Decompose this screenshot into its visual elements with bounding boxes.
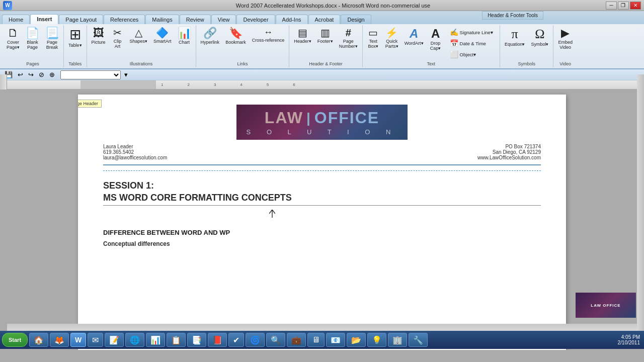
tab-review[interactable]: Review <box>180 15 211 24</box>
bottom-scrollbar[interactable] <box>7 324 637 331</box>
cross-reference-button[interactable]: ↔ Cross-reference <box>250 26 287 44</box>
taskbar-app-16[interactable]: 📧 <box>326 333 345 347</box>
object-button[interactable]: ⬜ Object▾ <box>447 49 496 59</box>
contact-address: San Diego, CA 92129 <box>477 149 541 155</box>
tab-design[interactable]: Design <box>341 15 371 24</box>
picture-icon: 🖼 <box>93 28 104 39</box>
header-separator <box>103 170 541 171</box>
restore-button[interactable]: ❐ <box>618 2 629 10</box>
picture-button[interactable]: 🖼 Picture <box>89 26 108 46</box>
taskbar-app-11[interactable]: ✔ <box>228 333 244 347</box>
taskbar-app-12[interactable]: 🌀 <box>246 333 265 347</box>
ribbon-tabs: Home Insert Page Layout References Maili… <box>0 11 644 24</box>
tab-references[interactable]: References <box>104 15 145 24</box>
logo-office: OFFICE <box>314 109 379 127</box>
qat-btn3[interactable]: ⊘ <box>37 70 46 79</box>
symbols-group-label: Symbols <box>502 60 551 67</box>
title-bar: W Word 2007 Accellerated Workshops.docx … <box>0 0 644 11</box>
minimize-button[interactable]: ─ <box>606 2 617 10</box>
taskbar-app-17[interactable]: 📂 <box>347 333 366 347</box>
tables-group-label: Tables <box>66 60 85 67</box>
app-icon: W <box>3 1 12 10</box>
taskbar-app-7[interactable]: 📊 <box>146 333 165 347</box>
shapes-button[interactable]: △ Shapes▾ <box>127 26 150 45</box>
taskbar-app-13[interactable]: 🔍 <box>266 333 285 347</box>
document-body[interactable]: SESSION 1: MS WORD CORE FORMATTING CONCE… <box>103 175 541 247</box>
tab-acrobat[interactable]: Acrobat <box>308 15 341 24</box>
wordart-button[interactable]: A WordArt▾ <box>402 26 426 47</box>
links-group-label: Links <box>198 60 287 67</box>
taskbar-app-15[interactable]: 🖥 <box>307 333 325 347</box>
chart-button[interactable]: 📊 Chart <box>175 26 194 46</box>
cover-page-button[interactable]: 🗋 Cover Page▾ <box>4 26 22 51</box>
logo-separator: | <box>306 110 311 126</box>
blank-page-button[interactable]: 📄 Blank Page <box>23 26 42 51</box>
sub-heading: Conceptual differences <box>103 240 541 247</box>
taskbar-app-6[interactable]: 🌐 <box>125 333 144 347</box>
embed-video-button[interactable]: ▶ Embed Video <box>555 26 575 51</box>
logo-thumbnail: LAW OFFICE <box>576 293 636 318</box>
taskbar-app-5[interactable]: 📝 <box>105 333 124 347</box>
tab-insert[interactable]: Insert <box>30 14 58 24</box>
session-number: SESSION 1: <box>103 180 541 192</box>
clip-art-button[interactable]: ✂ Clip Art <box>109 26 126 50</box>
logo-area: LAW | OFFICE S O L U T I O N <box>103 105 541 140</box>
hyperlink-button[interactable]: 🔗 Hyperlink <box>198 26 222 46</box>
start-button[interactable]: Start <box>2 333 28 347</box>
taskbar-app-18[interactable]: 💡 <box>367 333 386 347</box>
tab-add-ins[interactable]: Add-Ins <box>276 15 308 24</box>
taskbar-word[interactable]: W <box>70 333 86 347</box>
smartart-icon: 🔷 <box>156 28 169 38</box>
taskbar-app-4[interactable]: ✉ <box>88 333 103 347</box>
tab-developer[interactable]: Developer <box>236 15 275 24</box>
quick-access-toolbar: 💾 ↩ ↪ ⊘ ⊕ ▾ <box>0 69 644 80</box>
date-time-button[interactable]: 📅 Date & Time <box>447 38 496 48</box>
clip-art-icon: ✂ <box>113 28 122 38</box>
symbol-icon: Ω <box>535 28 544 41</box>
ribbon-content: 🗋 Cover Page▾ 📄 Blank Page 📃 Page Break … <box>0 24 644 68</box>
table-icon: ⊞ <box>69 28 81 42</box>
drop-cap-button[interactable]: A Drop Cap▾ <box>427 26 444 52</box>
document-page[interactable]: First Page Header LAW | OFFICE S O L U T… <box>78 95 566 350</box>
hf-tools-label: Header & Footer Tools <box>482 11 543 20</box>
header-button[interactable]: ▤ Header▾ <box>291 26 314 45</box>
taskbar-app-8[interactable]: 📋 <box>167 333 186 347</box>
qat-redo-button[interactable]: ↪ <box>27 70 35 79</box>
taskbar-app-9[interactable]: 📑 <box>187 333 206 347</box>
signature-line-button[interactable]: ✍ Signature Line▾ <box>447 27 496 37</box>
tab-mailings[interactable]: Mailings <box>145 15 179 24</box>
document-area: First Page Header LAW | OFFICE S O L U T… <box>0 89 644 350</box>
tab-view[interactable]: View <box>211 15 236 24</box>
smartart-button[interactable]: 🔷 SmartArt <box>151 26 174 45</box>
hyperlink-icon: 🔗 <box>203 28 217 39</box>
taskbar-app-19[interactable]: 🏢 <box>388 333 407 347</box>
qat-undo-button[interactable]: ↩ <box>16 70 25 79</box>
qat-dropdown[interactable]: ▾ <box>123 70 129 79</box>
equation-button[interactable]: π Equation▾ <box>502 26 528 48</box>
footer-button[interactable]: ▥ Footer▾ <box>315 26 336 45</box>
quick-parts-button[interactable]: ⚡ Quick Parts▾ <box>383 26 401 50</box>
right-scrollbar[interactable] <box>637 74 644 331</box>
style-selector[interactable] <box>60 70 121 79</box>
symbol-button[interactable]: Ω Symbol▾ <box>528 26 551 48</box>
footer-icon: ▥ <box>320 28 330 38</box>
ribbon-group-links: 🔗 Hyperlink 🔖 Bookmark ↔ Cross-reference… <box>196 25 290 67</box>
taskbar-app-1[interactable]: 🏠 <box>29 333 48 347</box>
text-box-button[interactable]: ▭ Text Box▾ <box>365 26 382 50</box>
header-footer-group-label: Header & Footer <box>291 60 360 67</box>
taskbar-app-2[interactable]: 🦊 <box>50 333 69 347</box>
page-number-button[interactable]: # Page Number▾ <box>337 26 360 50</box>
page-break-button[interactable]: 📃 Page Break <box>43 26 61 51</box>
taskbar-app-20[interactable]: 🔧 <box>409 333 428 347</box>
bookmark-button[interactable]: 🔖 Bookmark <box>223 26 249 46</box>
table-button[interactable]: ⊞ Table▾ <box>66 26 85 49</box>
logo-law: LAW <box>265 109 303 127</box>
tab-home[interactable]: Home <box>2 15 30 24</box>
text-group-label: Text <box>365 60 498 67</box>
taskbar-app-14[interactable]: 💼 <box>287 333 306 347</box>
blank-page-icon: 📄 <box>26 28 39 39</box>
taskbar-app-10[interactable]: 📕 <box>208 333 227 347</box>
qat-btn4[interactable]: ⊕ <box>48 70 56 79</box>
close-button[interactable]: ✕ <box>630 2 641 10</box>
tab-page-layout[interactable]: Page Layout <box>59 15 103 24</box>
